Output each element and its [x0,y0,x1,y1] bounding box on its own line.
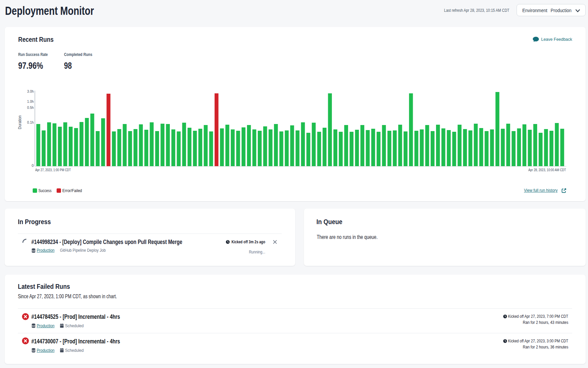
svg-text:3.0h: 3.0h [27,89,34,93]
svg-text:0.5h: 0.5h [27,105,34,110]
svg-text:Apr 27, 2023, 1:00 PM CDT: Apr 27, 2023, 1:00 PM CDT [35,168,71,172]
svg-text:1.0h: 1.0h [27,99,34,103]
svg-text:Apr 28, 2023, 10:00 AM CDT: Apr 28, 2023, 10:00 AM CDT [528,168,566,172]
svg-text:0.1h: 0.1h [27,120,34,124]
svg-text:Duration: Duration [18,116,22,129]
svg-text:0: 0 [32,163,34,167]
